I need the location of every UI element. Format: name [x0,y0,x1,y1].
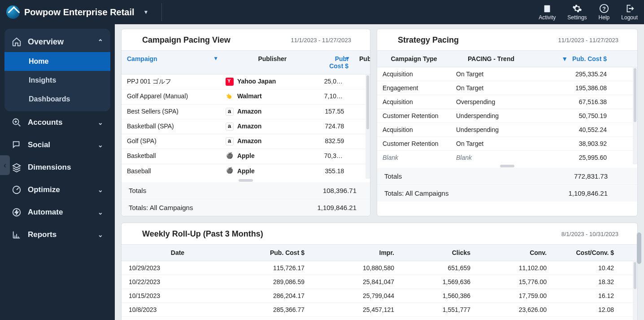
cell-cost: 289,086.59 [234,275,310,289]
clipboard-icon [542,4,552,13]
table-body[interactable]: 10/29/2023115,726.1710,880,580651,65911,… [122,261,633,320]
table-row[interactable]: BlankBlank25,995.60 [377,151,633,164]
help-button[interactable]: ? Help [599,4,610,21]
col-pub-cost[interactable]: Pub. Cost $ ▼ [322,51,354,74]
cell-campaign: Basketball [122,149,220,163]
help-icon: ? [599,4,609,13]
table-row[interactable]: Customer RetentionUnderspending50,750.19 [377,109,633,123]
sidebar-collapse-button[interactable]: ‹ [0,155,10,175]
table-row[interactable]: Basketball (SPA)Amazon724.78 [122,119,366,134]
col-campaign-type[interactable]: Campaign Type [377,51,451,67]
table-row[interactable]: 10/22/2023289,086.5925,841,0471,569,6361… [122,275,633,289]
nav-overview[interactable]: Overview ⌃ [4,31,110,52]
main-content: Campaign Pacing View 11/1/2023 - 11/27/2… [115,24,644,320]
panel-title: Campaign Pacing View [142,35,231,45]
panel-strategy-pacing: Strategy Pacing 11/1/2023 - 11/27/2023 C… [377,29,638,216]
cell-type: Acquisition [377,95,451,109]
nav-insights[interactable]: Insights [4,71,110,90]
cell-extra [349,105,366,119]
amazon-icon [226,137,234,145]
apple-icon [226,153,234,161]
gear-icon [572,4,582,13]
totals-all-label: Totals: All Campaigns [377,185,539,202]
col-pacing-trend[interactable]: PACING - Trend [451,51,531,67]
nav-reports[interactable]: Reports ⌄ [0,224,115,246]
col-pub-cost[interactable]: ▼ Pub. Cost $ [531,51,612,67]
cell-cost: 281,393.29 [234,317,310,320]
totals-all-value: 1,109,846.21 [539,185,615,202]
table-row[interactable]: AcquisitionUnderspending40,552.24 [377,123,633,137]
table-row[interactable]: Customer RetentionOn Target38,903.92 [377,137,633,151]
panel-date-range: 11/1/2023 - 11/27/2023 [291,37,351,44]
nav-dimensions[interactable]: Dimensions [0,156,115,179]
table-body[interactable]: AcquisitionOn Target295,335.24Engagement… [377,67,633,164]
table-row[interactable]: Best Sellers (SPA)Amazon157.55 [122,105,366,119]
cell-type: Engagement [377,81,451,95]
table-row[interactable]: 10/1/2023281,393.2925,668,6321,556,85324… [122,317,633,320]
chevron-down-icon: ⌄ [98,186,103,193]
cell-type: Acquisition [377,123,451,136]
nav-automate[interactable]: Automate ⌄ [0,201,115,224]
nav-dashboards[interactable]: Dashboards [4,90,110,109]
table-header: Campaign ▼ Publisher Pub. Cost $ ▼ Pub. [122,51,370,75]
totals-all-label: Totals: All Campaigns [122,199,292,216]
cell-campaign: Golf Apparel (Manual) [122,89,220,104]
cell-cost: 285,366.77 [234,303,310,316]
cell-trend: On Target [451,81,531,95]
table-row[interactable]: 10/29/2023115,726.1710,880,580651,65911,… [122,261,633,275]
amazon-icon [226,108,234,116]
cell-clicks: 1,551,777 [400,303,476,316]
table-row[interactable]: BaseballApple355.18 [122,164,366,179]
horizontal-scrollbar[interactable] [122,179,370,182]
cell-cost: 70,323.78 [319,149,350,163]
cell-trend: Underspending [451,109,531,123]
col-clicks[interactable]: Clicks [400,245,476,261]
cell-publisher: Apple [220,149,319,163]
logout-icon [625,4,635,13]
cell-publisher: Amazon [220,134,319,149]
totals-label: Totals [377,168,539,184]
nav-accounts[interactable]: Accounts ⌄ [0,111,115,134]
org-selector[interactable]: Powpow Enterprise Retail ▼ [6,5,149,19]
table-row[interactable]: 10/15/2023286,204.1725,799,0441,560,3861… [122,289,633,303]
col-publisher[interactable]: Publisher [222,51,322,74]
app-header: Powpow Enterprise Retail ▼ Activity Sett… [0,0,644,24]
nav-optimize[interactable]: Optimize ⌄ [0,179,115,201]
horizontal-scrollbar[interactable] [377,164,637,168]
table-row[interactable]: PPJ 001 ゴルフYahoo Japan25,080.83 [122,75,366,89]
activity-button[interactable]: Activity [539,4,556,21]
nav-home[interactable]: Home [4,52,110,71]
cell-cpc: 12.08 [552,303,619,316]
table-row[interactable]: AcquisitionOn Target295,335.24 [377,67,633,81]
page-scrollbar[interactable] [636,53,642,314]
app-logo-icon [6,5,20,19]
home-icon [12,37,22,47]
col-cost[interactable]: Pub. Cost $ [234,245,310,261]
cell-conv: 23,626.00 [476,303,552,316]
cell-extra [349,119,366,134]
col-impr[interactable]: Impr. [310,245,400,261]
col-pub-extra[interactable]: Pub. [354,51,370,74]
table-header: Date Pub. Cost $ Impr. Clicks Conv. Cost… [122,245,637,261]
cell-campaign: Golf (SPA) [122,134,220,149]
col-campaign[interactable]: Campaign ▼ [122,51,222,74]
col-conv[interactable]: Conv. [476,245,552,261]
bar-chart-icon [12,230,22,240]
table-row[interactable]: Golf Apparel (Manual)Walmart7,107.00 [122,89,366,104]
table-row[interactable]: BasketballApple70,323.78 [122,149,366,164]
vertical-scrollbar[interactable] [366,75,370,179]
table-row[interactable]: Golf (SPA)Amazon832.59 [122,134,366,149]
table-row[interactable]: EngagementOn Target195,386.08 [377,81,633,95]
panel-campaign-pacing: Campaign Pacing View 11/1/2023 - 11/27/2… [121,29,370,216]
nav-social[interactable]: Social ⌄ [0,134,115,156]
table-row[interactable]: 10/8/2023285,366.7725,457,1211,551,77723… [122,303,633,317]
caret-down-icon: ▼ [144,9,149,15]
logout-button[interactable]: Logout [621,4,638,21]
settings-button[interactable]: Settings [567,4,587,21]
col-date[interactable]: Date [122,245,234,261]
table-body[interactable]: PPJ 001 ゴルフYahoo Japan25,080.83Golf Appa… [122,75,366,179]
table-row[interactable]: AcquisitionOverspending67,516.38 [377,95,633,109]
col-cost-conv[interactable]: Cost/Conv. $ [552,245,619,261]
cell-cost: 115,726.17 [234,261,310,275]
cell-extra [349,75,366,89]
